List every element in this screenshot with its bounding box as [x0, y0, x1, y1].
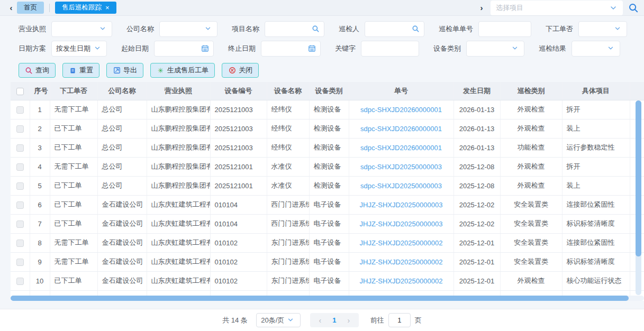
cell-category: 安全装置类 [500, 252, 562, 271]
tab-active-label: 售后巡检跟踪 [62, 3, 102, 12]
order-link[interactable]: sdpc-SHXJD20260000001 [360, 125, 442, 133]
cell-category: 外观检查 [500, 157, 562, 176]
start-date-input-field[interactable] [159, 44, 201, 52]
cell-order-no: JHJZ-SHXJD20250000003 [349, 214, 453, 233]
calendar-icon[interactable] [201, 44, 209, 53]
cell-device-name: 经纬仪 [267, 100, 309, 119]
project-name-search[interactable] [265, 21, 324, 37]
order-link[interactable]: JHJZ-SHXJD20250000003 [360, 220, 443, 228]
reset-button[interactable]: 重置 [62, 63, 99, 78]
tab-home-label: 首页 [24, 3, 37, 12]
date-scheme-select[interactable]: 按发生日期 [51, 41, 107, 57]
order-link[interactable]: sdpc-SHXJD20250000003 [360, 182, 442, 190]
cell-category: 安全装置类 [500, 195, 562, 214]
row-checkbox[interactable] [16, 201, 24, 209]
filter-label: 公司名称 [126, 24, 154, 34]
vertical-scrollbar-track[interactable] [636, 100, 641, 295]
filter-label: 关键字 [335, 44, 356, 53]
cell-order-no: sdpc-SHXJD20260000001 [349, 100, 453, 119]
cell-device-name: 西门门进系统 [267, 214, 309, 233]
page-size-select[interactable]: 20条/页 [256, 313, 301, 327]
order-link[interactable]: sdpc-SHXJD20260000001 [360, 106, 442, 114]
next-page-icon[interactable]: › [342, 316, 356, 325]
end-date-input-field[interactable] [266, 44, 308, 52]
global-search-icon[interactable] [628, 3, 639, 13]
select-all-checkbox[interactable] [16, 88, 24, 95]
row-checkbox[interactable] [16, 278, 24, 285]
inspector-search-field[interactable] [369, 25, 412, 33]
cell-device-no: 2025121003 [210, 138, 267, 157]
device-category-select[interactable] [466, 41, 524, 57]
table-header-row: 序号下工单否公司名称营业执照设备编号设备名称设备类别单号发生日期巡检类别具体项目 [11, 82, 644, 100]
goto-page-input[interactable] [388, 313, 411, 327]
order-link[interactable]: JHJZ-SHXJD20250000002 [360, 258, 443, 266]
order-link[interactable]: sdpc-SHXJD20250000003 [360, 163, 442, 171]
export-button[interactable]: 导出 [106, 63, 143, 78]
current-page[interactable]: 1 [327, 316, 342, 324]
filter-label: 起始日期 [121, 44, 149, 53]
table-row: 10已下工单金石建设公司山东庆虹建筑工程有010102东门门进系统电子设备JHJ… [11, 271, 644, 290]
table-row: 1无需下工单总公司山东鹏程控股集团有2025121003经纬仪检测设备sdpc-… [11, 100, 644, 119]
cell-order-no: JHJZ-SHXJD20250000002 [349, 233, 453, 252]
cell-device-name: 东门门进系统 [267, 233, 309, 252]
tab-bar: ‹ 首页 售后巡检跟踪 × › 选择项目 [0, 0, 644, 16]
row-checkbox[interactable] [16, 125, 24, 133]
row-checkbox[interactable] [16, 259, 24, 266]
business-license-select[interactable] [51, 21, 112, 37]
row-checkbox-cell [11, 271, 30, 290]
tabs-back-icon[interactable]: ‹ [5, 3, 17, 12]
inspector-search[interactable] [365, 21, 424, 37]
row-checkbox[interactable] [16, 144, 24, 152]
query-button[interactable]: 查询 [19, 63, 56, 78]
cell-workorder: 无需下工单 [50, 252, 97, 271]
inspection-order-no-input[interactable] [478, 21, 531, 37]
cell-index: 7 [30, 214, 50, 233]
row-checkbox[interactable] [16, 163, 24, 171]
order-link[interactable]: sdpc-SHXJD20260000001 [360, 144, 442, 152]
row-checkbox[interactable] [16, 106, 24, 114]
cell-item: 连接部位紧固性 [562, 233, 630, 252]
start-date-input[interactable] [154, 41, 214, 57]
cell-category: 外观检查 [500, 176, 562, 195]
inspection-order-no-input-field[interactable] [483, 25, 527, 33]
calendar-icon[interactable] [308, 44, 316, 53]
row-checkbox[interactable] [16, 182, 24, 190]
total-count: 共 14 条 [222, 316, 248, 325]
search-icon[interactable] [312, 25, 320, 33]
company-name-select[interactable] [159, 21, 217, 37]
project-select[interactable]: 选择项目 [491, 1, 623, 15]
cell-license: 山东鹏程控股集团有 [147, 119, 210, 138]
row-checkbox[interactable] [16, 220, 24, 228]
cell-date: 2025-12-08 [453, 176, 500, 195]
end-date-input[interactable] [261, 41, 321, 57]
order-link[interactable]: JHJZ-SHXJD20250000002 [360, 277, 443, 285]
inspection-result-select[interactable] [572, 41, 620, 57]
cell-device-no: 010104 [210, 195, 267, 214]
order-link[interactable]: JHJZ-SHXJD20250000002 [360, 239, 443, 247]
cell-license: 山东鹏程控股集团有 [147, 138, 210, 157]
cell-item: 装上 [562, 119, 630, 138]
row-checkbox-cell [11, 138, 30, 157]
workorder-flag-select[interactable] [578, 21, 627, 37]
cell-device-no: 010102 [210, 252, 267, 271]
tab-after-sales-inspection[interactable]: 售后巡检跟踪 × [55, 2, 116, 14]
order-link[interactable]: JHJZ-SHXJD20250000003 [360, 201, 443, 209]
close-button[interactable]: 关闭 [222, 63, 259, 78]
project-name-search-field[interactable] [269, 25, 312, 33]
keyword-input-field[interactable] [366, 44, 414, 52]
tab-close-icon[interactable]: × [105, 4, 110, 12]
keyword-input[interactable] [361, 41, 419, 57]
cell-index: 4 [30, 157, 50, 176]
horizontal-scrollbar-track[interactable] [11, 296, 644, 301]
horizontal-scrollbar-thumb[interactable] [11, 296, 629, 301]
cell-device-type: 检测设备 [309, 138, 349, 157]
tab-home[interactable]: 首页 [17, 2, 44, 14]
column-header: 营业执照 [147, 82, 210, 100]
cell-company: 金石建设公司 [97, 233, 147, 252]
row-checkbox[interactable] [16, 240, 24, 247]
search-icon[interactable] [412, 25, 420, 33]
generate-workorder-button[interactable]: ✳生成售后工单 [150, 63, 215, 78]
vertical-scrollbar-thumb[interactable] [636, 100, 641, 256]
prev-page-icon[interactable]: ‹ [313, 316, 327, 325]
tabs-forward-icon[interactable]: › [476, 3, 487, 12]
